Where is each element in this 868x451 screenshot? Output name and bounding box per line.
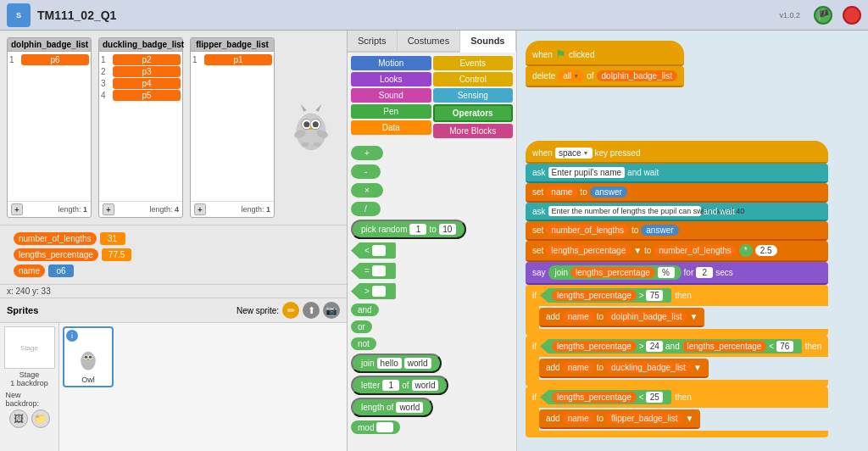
blocks-area: + - × / pick random 1 to 10 < = (348, 142, 516, 451)
div-block[interactable]: / (351, 202, 381, 216)
sprites-body: Stage Stage 1 backdrop New backdrop: 🖼 📁 (0, 323, 347, 451)
set-name-block[interactable]: set name to answer (526, 183, 828, 203)
if-24-76-header[interactable]: if lengths_percentage > 24 and lengths_p… (526, 336, 828, 357)
tab-scripts[interactable]: Scripts (348, 31, 398, 51)
if-24-76-footer (526, 380, 828, 387)
sprites-label: Sprites (7, 305, 38, 315)
delete-all-block[interactable]: delete all of dolphin_badge_list (526, 66, 684, 87)
name-display: name o6 (14, 264, 74, 277)
cat-data[interactable]: Data (351, 120, 431, 135)
svg-point-4 (303, 121, 309, 127)
upload-sprite-btn[interactable]: ⬆ (303, 302, 320, 319)
if-inner: add name to dolphin_badge_list ▼ (539, 306, 704, 329)
tab-costumes[interactable]: Costumes (398, 31, 461, 51)
variables-area: number_of_lengths 31 lengths_percentage … (0, 226, 347, 284)
cat-looks[interactable]: Looks (351, 72, 431, 86)
if-24-76-block: if lengths_percentage > 24 and lengths_p… (526, 336, 828, 387)
script-main: when space key pressed ask Enter pupil's… (526, 141, 828, 437)
script-when-clicked: when ⚑ clicked delete all of dolphin_bad… (526, 41, 684, 87)
cat-sensing[interactable]: Sensing (433, 88, 514, 103)
cat-operators[interactable]: Operators (433, 104, 514, 122)
mul-block[interactable]: × (351, 183, 383, 198)
green-flag-button[interactable]: 🏴 (814, 6, 832, 25)
set-lengths-pct-block[interactable]: set lengths_percentage ▼ to number_of_le… (526, 241, 828, 262)
if-25-body: add name to flipper_badge_list ▼ (526, 408, 828, 431)
lengths-percentage-display: lengths_percentage 77.5 (14, 248, 131, 261)
flipper-list-items: 1 p1 (191, 52, 274, 201)
svg-point-17 (89, 355, 92, 359)
add-block[interactable]: + (351, 146, 383, 160)
cat-events[interactable]: Events (433, 56, 514, 70)
sub-block[interactable]: - (351, 164, 381, 179)
list-item: 2 p3 (101, 66, 181, 77)
greater-than-block[interactable]: > (351, 283, 396, 299)
if-75-header[interactable]: if lengths_percentage > 75 then (526, 285, 828, 306)
duckling-list-items: 1 p2 2 p3 3 p4 4 p5 (99, 52, 182, 201)
length-of-block[interactable]: length of world (351, 398, 433, 417)
new-backdrop-section: New backdrop: 🖼 📁 (3, 387, 57, 430)
sprite-icons: ✏ ⬆ 📷 (282, 302, 340, 319)
if-arm (526, 357, 539, 380)
stage-label: Stage 1 backdrop (10, 370, 48, 387)
duckling-list-header: duckling_badge_list (99, 38, 182, 52)
cat-pen[interactable]: Pen (351, 104, 431, 119)
sprites-header: Sprites New sprite: ✏ ⬆ 📷 (0, 298, 347, 323)
app-title: TM111_02_Q1 (37, 8, 772, 22)
add-to-duckling[interactable]: add name to duckling_badge_list ▼ (539, 359, 709, 378)
not-block[interactable]: not (351, 337, 376, 350)
titlebar: S TM111_02_Q1 v1.0.2 🏴 (0, 0, 868, 31)
paint-backdrop-btn[interactable]: 🖼 (9, 409, 28, 428)
equals-block[interactable]: = (351, 263, 396, 279)
cat-control[interactable]: Control (433, 72, 514, 86)
if-inner: add name to flipper_badge_list ▼ (539, 408, 700, 431)
right-cat-col: Events Control Sensing Operators More Bl… (433, 56, 514, 138)
stop-button[interactable] (843, 6, 861, 25)
dolphin-list-footer: + length: 1 (8, 201, 91, 217)
less-than-block[interactable]: < (351, 242, 396, 259)
add-to-dolphin[interactable]: add name to dolphin_badge_list ▼ (539, 308, 704, 327)
ask-lengths-block[interactable]: ask Enter the number of lengths the pupi… (526, 203, 828, 221)
upload-backdrop-btn[interactable]: 📁 (31, 409, 50, 428)
app-logo: S (7, 3, 31, 27)
camera-sprite-btn[interactable]: 📷 (323, 302, 340, 319)
letter-of-block[interactable]: letter 1 of world (351, 376, 448, 395)
flipper-list-add[interactable]: + (194, 203, 206, 215)
sprite-thumbnail (67, 342, 109, 376)
and-block[interactable]: and (351, 303, 379, 316)
if-75-body: add name to dolphin_badge_list ▼ (526, 306, 828, 329)
if-75-footer (526, 329, 828, 336)
owl-sprite-icon (71, 344, 105, 374)
ask-name-block[interactable]: ask Enter pupil's name and wait (526, 164, 828, 183)
if-25-footer (526, 431, 828, 437)
if-25-block: if lengths_percentage < 25 then add name… (526, 387, 828, 437)
or-block[interactable]: or (351, 320, 372, 333)
say-block[interactable]: say join lengths_percentage % for 2 secs (526, 262, 828, 285)
tab-sounds[interactable]: Sounds (460, 31, 515, 53)
if-inner: add name to duckling_badge_list ▼ (539, 357, 709, 380)
cat-motion[interactable]: Motion (351, 56, 431, 70)
set-number-lengths-block[interactable]: set number_of_lengths to answer (526, 221, 828, 241)
stage-panel: Stage Stage 1 backdrop New backdrop: 🖼 📁 (0, 323, 59, 451)
pick-random-block[interactable]: pick random 1 to 10 (351, 220, 466, 239)
duckling-list-add[interactable]: + (103, 203, 114, 215)
paint-sprite-btn[interactable]: ✏ (282, 302, 299, 319)
cat-more-blocks[interactable]: More Blocks (433, 124, 514, 138)
sprite-name: Owl (81, 376, 95, 384)
sprite-item-owl[interactable]: i Owl (63, 326, 114, 387)
if-arm (526, 306, 539, 329)
flipper-list-header: flipper_badge_list (191, 38, 274, 52)
svg-marker-11 (301, 104, 307, 112)
new-sprite-label: New sprite: (236, 306, 279, 315)
dolphin-list-header: dolphin_badge_list (8, 38, 91, 52)
mod-block[interactable]: mod (351, 420, 400, 434)
scripts-canvas[interactable]: when ⚑ clicked delete all of dolphin_bad… (517, 31, 868, 451)
when-space-block[interactable]: when space key pressed (526, 141, 828, 164)
dolphin-list-add[interactable]: + (11, 203, 23, 215)
join-block[interactable]: join hello world (351, 354, 442, 373)
if-25-header[interactable]: if lengths_percentage < 25 then (526, 387, 828, 408)
add-to-flipper[interactable]: add name to flipper_badge_list ▼ (539, 409, 700, 429)
when-clicked-block[interactable]: when ⚑ clicked (526, 41, 684, 66)
sprites-panel: Sprites New sprite: ✏ ⬆ 📷 Stage (0, 298, 347, 451)
cat-sound[interactable]: Sound (351, 88, 431, 103)
list-item: 1 p6 (9, 54, 89, 65)
